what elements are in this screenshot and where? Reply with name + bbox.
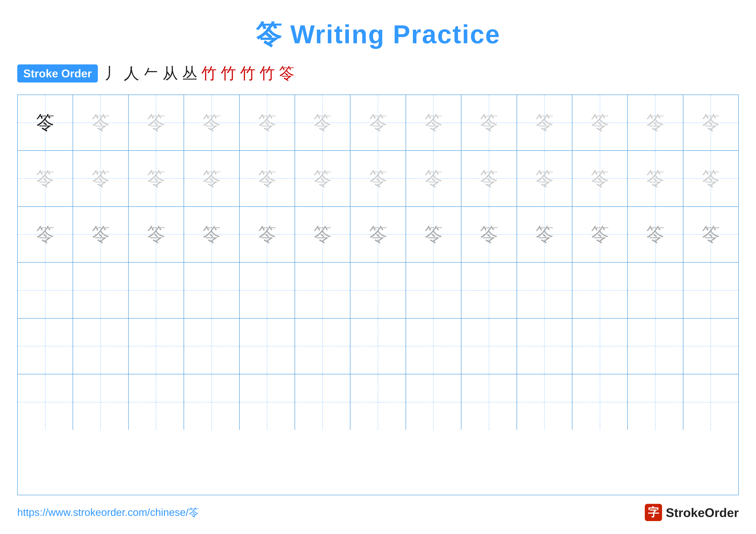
char-light: 笭: [535, 166, 554, 191]
grid-cell[interactable]: 笭: [461, 207, 517, 262]
grid-cell[interactable]: 笭: [628, 151, 683, 206]
grid-cell[interactable]: [461, 263, 517, 318]
char-light: 笭: [702, 110, 720, 135]
char-light: 笭: [646, 110, 664, 135]
grid-cell[interactable]: 笭: [406, 151, 461, 206]
stroke-sequence: 丿 人 𠂉 从 丛 竹 竹 竹 竹 笭: [104, 63, 294, 84]
grid-cell[interactable]: [350, 374, 406, 430]
grid-cell[interactable]: 笭: [184, 151, 239, 206]
grid-cell[interactable]: [73, 318, 128, 374]
grid-cell[interactable]: 笭: [184, 95, 239, 150]
grid-cell[interactable]: [683, 374, 738, 430]
char-light: 笭: [258, 110, 276, 135]
grid-cell[interactable]: [73, 374, 128, 430]
grid-cell[interactable]: [350, 318, 406, 374]
char-medium: 笭: [92, 222, 110, 247]
grid-cell[interactable]: 笭: [683, 207, 738, 262]
grid-cell[interactable]: [18, 263, 73, 318]
char-medium: 笭: [702, 222, 720, 247]
char-light: 笭: [646, 166, 664, 191]
grid-cell[interactable]: [129, 263, 184, 318]
grid-cell[interactable]: 笭: [350, 151, 406, 206]
grid-cell[interactable]: 笭: [517, 151, 572, 206]
grid-cell[interactable]: 笭: [350, 95, 406, 150]
grid-cell[interactable]: 笭: [350, 207, 406, 262]
stroke-9: 竹: [259, 63, 275, 84]
grid-cell[interactable]: 笭: [184, 207, 239, 262]
grid-cell[interactable]: 笭: [406, 95, 461, 150]
grid-cell[interactable]: [129, 318, 184, 374]
char-light: 笭: [424, 166, 443, 191]
grid-cell[interactable]: 笭: [129, 207, 184, 262]
grid-cell[interactable]: [406, 318, 461, 374]
grid-cell[interactable]: [184, 318, 239, 374]
char-light: 笭: [480, 166, 498, 191]
grid-cell[interactable]: 笭: [517, 95, 572, 150]
grid-cell[interactable]: [572, 374, 628, 430]
char-light: 笭: [369, 166, 387, 191]
grid-cell[interactable]: [628, 263, 683, 318]
grid-cell[interactable]: [461, 374, 517, 430]
grid-cell[interactable]: [184, 374, 239, 430]
grid-cell[interactable]: 笭: [572, 207, 628, 262]
footer-url[interactable]: https://www.strokeorder.com/chinese/笭: [17, 506, 199, 519]
grid-cell[interactable]: 笭: [73, 207, 128, 262]
grid-cell[interactable]: [628, 318, 683, 374]
grid-cell[interactable]: 笭: [18, 151, 73, 206]
grid-cell[interactable]: [240, 263, 295, 318]
grid-cell[interactable]: [683, 318, 738, 374]
grid-cell[interactable]: [628, 374, 683, 430]
grid-cell[interactable]: 笭: [240, 95, 295, 150]
char-light: 笭: [202, 110, 221, 135]
grid-cell[interactable]: 笭: [18, 207, 73, 262]
grid-cell[interactable]: [295, 374, 350, 430]
grid-cell[interactable]: [517, 318, 572, 374]
grid-cell[interactable]: 笭: [461, 151, 517, 206]
grid-cell[interactable]: 笭: [240, 151, 295, 206]
grid-cell[interactable]: [295, 318, 350, 374]
char-light: 笭: [258, 166, 276, 191]
grid-cell[interactable]: 笭: [572, 151, 628, 206]
grid-cell[interactable]: [18, 374, 73, 430]
grid-cell[interactable]: [461, 318, 517, 374]
grid-cell[interactable]: 笭: [295, 95, 350, 150]
grid-cell[interactable]: 笭: [406, 207, 461, 262]
grid-cell[interactable]: 笭: [295, 207, 350, 262]
stroke-3: 𠂉: [143, 64, 159, 83]
grid-cell[interactable]: [240, 318, 295, 374]
grid-cell[interactable]: 笭: [461, 95, 517, 150]
grid-cell[interactable]: [406, 374, 461, 430]
grid-cell[interactable]: 笭: [572, 95, 628, 150]
stroke-5: 丛: [182, 63, 198, 84]
grid-cell[interactable]: 笭: [628, 95, 683, 150]
grid-cell[interactable]: [572, 318, 628, 374]
grid-cell[interactable]: [73, 263, 128, 318]
grid-cell[interactable]: 笭: [517, 207, 572, 262]
grid-cell[interactable]: 笭: [18, 95, 73, 150]
grid-row-5: [18, 318, 738, 374]
grid-cell[interactable]: [517, 374, 572, 430]
footer: https://www.strokeorder.com/chinese/笭 字 …: [17, 504, 739, 521]
stroke-10: 笭: [279, 63, 294, 84]
grid-cell[interactable]: [295, 263, 350, 318]
char-medium: 笭: [369, 222, 387, 247]
char-light: 笭: [313, 110, 332, 135]
grid-cell[interactable]: [683, 263, 738, 318]
grid-cell[interactable]: [240, 374, 295, 430]
grid-cell[interactable]: 笭: [628, 207, 683, 262]
grid-cell[interactable]: 笭: [73, 151, 128, 206]
grid-cell[interactable]: 笭: [129, 151, 184, 206]
grid-cell[interactable]: 笭: [129, 95, 184, 150]
grid-cell[interactable]: 笭: [683, 151, 738, 206]
grid-cell[interactable]: [517, 263, 572, 318]
grid-cell[interactable]: [129, 374, 184, 430]
grid-cell[interactable]: 笭: [295, 151, 350, 206]
grid-cell[interactable]: [572, 263, 628, 318]
grid-cell[interactable]: [18, 318, 73, 374]
grid-cell[interactable]: 笭: [73, 95, 128, 150]
grid-cell[interactable]: [350, 263, 406, 318]
grid-cell[interactable]: 笭: [240, 207, 295, 262]
grid-cell[interactable]: [184, 263, 239, 318]
grid-cell[interactable]: 笭: [683, 95, 738, 150]
grid-cell[interactable]: [406, 263, 461, 318]
